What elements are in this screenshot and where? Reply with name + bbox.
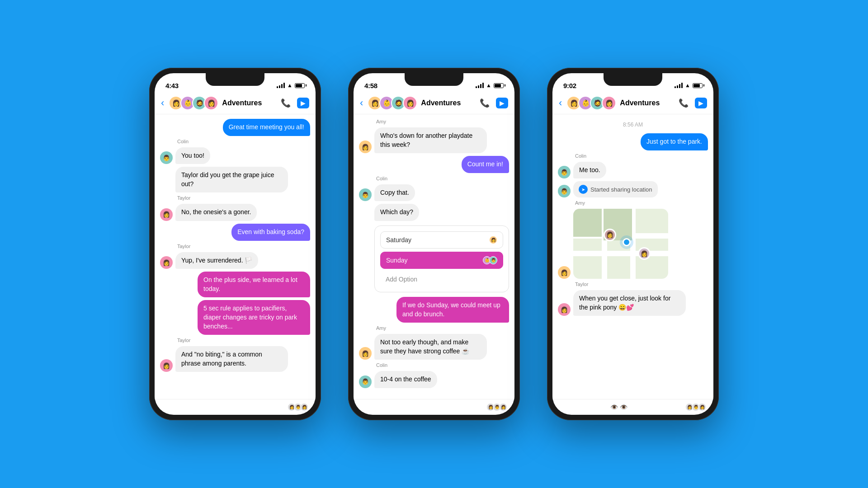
poll-option-label: Saturday xyxy=(386,236,411,244)
back-button-3[interactable]: ‹ xyxy=(559,97,562,109)
avatar: 👩 xyxy=(160,359,173,372)
avatar: 👩 xyxy=(160,256,173,269)
location-icon: ➤ xyxy=(579,185,588,194)
sender-label: Colin xyxy=(575,153,708,159)
bubble-received: Taylor did you get the grape juice out? xyxy=(175,167,288,192)
bubble-received: When you get close, just look for the pi… xyxy=(573,290,686,316)
time-label: 8:56 AM xyxy=(558,122,708,128)
chat-footer-1: 👩 👨 👩 xyxy=(155,399,316,415)
chat-body-1: Great time meeting you all! Colin 👨 You … xyxy=(155,114,316,399)
header-avatars-1: 👩 👶 🧔 👩 xyxy=(169,96,218,110)
header-actions-2: 📞 ▶ xyxy=(480,98,508,108)
message-row: 5 sec rule applies to pacifiers, diaper … xyxy=(160,300,310,335)
status-icons-1: ▲ xyxy=(277,82,305,89)
bubble-sent: Just got to the park. xyxy=(641,133,708,150)
map-road xyxy=(573,251,668,256)
avatar: 👩 xyxy=(359,347,372,360)
message-row: Taylor did you get the grape juice out? xyxy=(160,167,310,192)
bubble-received: Which day? xyxy=(374,204,419,221)
video-call-button-2[interactable]: ▶ xyxy=(496,98,508,108)
signal-icon-2 xyxy=(476,83,484,88)
header-avatars-2: 👩 👶 🧔 👩 xyxy=(368,96,417,110)
back-button-2[interactable]: ‹ xyxy=(360,97,363,109)
sender-label: Amy xyxy=(376,325,509,331)
avatar-3d: 👩 xyxy=(602,96,616,110)
vote-avatars: 👶 👨 xyxy=(483,256,497,264)
avatar: 👨 xyxy=(359,375,372,388)
message-row: Which day? xyxy=(359,204,509,221)
bubble-received: 10-4 on the coffee xyxy=(374,371,437,388)
battery-icon-2 xyxy=(494,83,504,88)
bubble-received: You too! xyxy=(175,147,210,164)
poll-card: Saturday 👩 Sunday 👶 👨 Add Option xyxy=(374,225,509,292)
phone-call-icon-2[interactable]: 📞 xyxy=(480,98,490,108)
read-receipts-3: 👩 👨 👩 xyxy=(685,403,706,411)
add-option-button[interactable]: Add Option xyxy=(380,272,503,286)
chat-body-2: Amy 👩 Who's down for another playdate th… xyxy=(354,114,514,399)
chat-title-3: Adventures xyxy=(620,99,675,107)
wifi-icon-3: ▲ xyxy=(685,82,690,89)
message-row: Count me in! xyxy=(359,156,509,173)
sender-label: Amy xyxy=(575,200,708,206)
sharing-text: Started sharing location xyxy=(590,186,652,193)
video-call-button-3[interactable]: ▶ xyxy=(695,98,707,108)
sender-label: Colin xyxy=(376,176,509,181)
time-2: 4:58 xyxy=(364,82,377,89)
message-row: On the plus side, we learned a lot today… xyxy=(160,272,310,297)
battery-icon-1 xyxy=(295,83,305,88)
message-row: 👨 Me too. xyxy=(558,162,708,179)
message-row: 👩 Yup, I've surrendered. 🏳️ xyxy=(160,252,310,269)
bubble-received: Who's down for another playdate this wee… xyxy=(374,127,487,153)
phone-3: 9:02 ▲ ‹ 👩 xyxy=(547,68,719,420)
bubble-received: No, the onesie's a goner. xyxy=(175,204,257,221)
signal-icon-3 xyxy=(675,83,683,88)
phone-2: 4:58 ▲ ‹ 👩 xyxy=(348,68,520,420)
bubble-sent: Great time meeting you all! xyxy=(223,119,310,136)
notch-3 xyxy=(604,73,662,86)
avatar: 👨 xyxy=(558,166,571,178)
chat-header-2: ‹ 👩 👶 🧔 👩 Adventures 📞 ▶ xyxy=(354,93,514,114)
avatar: 👨 xyxy=(558,185,571,197)
phone-call-icon-1[interactable]: 📞 xyxy=(281,98,291,108)
time-1: 4:43 xyxy=(165,82,179,89)
message-row: 👨 Copy that. xyxy=(359,184,509,202)
bubble-sent: On the plus side, we learned a lot today… xyxy=(198,272,310,297)
vote-avatar: 👩 xyxy=(489,236,497,244)
bubble-received: Me too. xyxy=(573,162,606,179)
message-row: Great time meeting you all! xyxy=(160,119,310,136)
message-row: Just got to the park. xyxy=(558,133,708,150)
location-sharing-bubble: ➤ Started sharing location xyxy=(573,181,658,197)
chat-body-3: 8:56 AM Just got to the park. Colin 👨 Me… xyxy=(552,114,713,399)
message-row: 👩 And "no biting," is a common phrase am… xyxy=(160,346,310,372)
read-receipt-avatar: 👩 xyxy=(300,403,308,411)
avatar: 👩 xyxy=(359,141,372,153)
vote-avatar: 👨 xyxy=(489,256,497,264)
sender-label: Colin xyxy=(177,139,310,144)
phone-call-icon-3[interactable]: 📞 xyxy=(679,98,689,108)
header-actions-1: 📞 ▶ xyxy=(281,98,309,108)
status-icons-3: ▲ xyxy=(675,82,703,89)
sender-label: Taylor xyxy=(177,244,310,249)
message-row: 👩 Not too early though, and make sure th… xyxy=(359,334,509,360)
poll-option-saturday[interactable]: Saturday 👩 xyxy=(380,231,503,249)
read-receipt-avatar: 👩 xyxy=(698,403,706,411)
notch-1 xyxy=(206,73,264,86)
location-map[interactable]: 👩 👩 xyxy=(573,209,668,279)
sender-label: Colin xyxy=(376,362,509,368)
back-button-1[interactable]: ‹ xyxy=(161,97,164,109)
battery-icon-3 xyxy=(693,83,703,88)
avatar: 👨 xyxy=(160,151,173,164)
read-receipts-1: 👩 👨 👩 xyxy=(288,403,308,411)
message-row: 👨 ➤ Started sharing location xyxy=(558,181,708,197)
bubble-received: Not too early though, and make sure they… xyxy=(374,334,487,360)
poll-option-sunday[interactable]: Sunday 👶 👨 xyxy=(380,252,503,269)
video-call-button-1[interactable]: ▶ xyxy=(297,98,309,108)
chat-header-1: ‹ 👩 👶 🧔 👩 Adventures 📞 ▶ xyxy=(155,93,316,114)
message-row: If we do Sunday, we could meet up and do… xyxy=(359,297,509,323)
bubble-received: Yup, I've surrendered. 🏳️ xyxy=(175,252,258,269)
chat-title-1: Adventures xyxy=(222,99,277,107)
bubble-sent: If we do Sunday, we could meet up and do… xyxy=(396,297,509,323)
sender-label: Taylor xyxy=(575,282,708,287)
sender-label: Taylor xyxy=(177,338,310,343)
sender-label: Taylor xyxy=(177,195,310,201)
